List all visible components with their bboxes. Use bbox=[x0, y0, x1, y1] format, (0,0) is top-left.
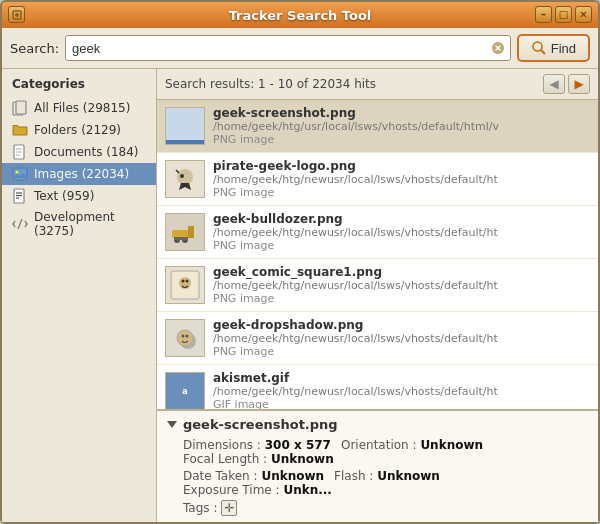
sidebar-item-documents[interactable]: Documents (184) bbox=[2, 141, 156, 163]
detail-panel: geek-screenshot.png Dimensions : 300 x 5… bbox=[157, 409, 598, 522]
svg-point-5 bbox=[533, 42, 542, 51]
result-item[interactable]: geek-bulldozer.png /home/geek/htg/newusr… bbox=[157, 206, 598, 259]
sidebar-label-text: Text (959) bbox=[34, 189, 94, 203]
tags-label: Tags : bbox=[183, 501, 217, 515]
folders-icon bbox=[12, 122, 28, 138]
sidebar-item-development[interactable]: Development (3275) bbox=[2, 207, 156, 241]
result-info: geek-dropshadow.png /home/geek/htg/newus… bbox=[213, 318, 590, 358]
focal-length-field: Focal Length : Unknown bbox=[183, 452, 334, 466]
window-title: Tracker Search Tool bbox=[229, 8, 372, 23]
all-files-icon bbox=[12, 100, 28, 116]
find-icon bbox=[531, 40, 547, 56]
titlebar: Tracker Search Tool – □ ✕ bbox=[2, 2, 598, 28]
results-count: Search results: 1 - 10 of 22034 hits bbox=[165, 77, 376, 91]
sidebar-item-folders[interactable]: Folders (2129) bbox=[2, 119, 156, 141]
result-thumbnail: a bbox=[165, 372, 205, 409]
svg-rect-8 bbox=[16, 101, 26, 114]
result-type: GIF image bbox=[213, 398, 590, 409]
result-filename: geek-screenshot.png bbox=[213, 106, 590, 120]
dimensions-field: Dimensions : 300 x 577 bbox=[183, 438, 331, 452]
result-info: geek-screenshot.png /home/geek/htg/usr/l… bbox=[213, 106, 590, 146]
result-type: PNG image bbox=[213, 345, 590, 358]
result-item[interactable]: geek-dropshadow.png /home/geek/htg/newus… bbox=[157, 312, 598, 365]
next-button[interactable]: ▶ bbox=[568, 74, 590, 94]
maximize-button[interactable]: □ bbox=[555, 6, 572, 23]
result-filename: geek-dropshadow.png bbox=[213, 318, 590, 332]
svg-point-29 bbox=[182, 280, 185, 283]
result-path: /home/geek/htg/newusr/local/lsws/vhosts/… bbox=[213, 279, 590, 292]
svg-point-14 bbox=[16, 171, 19, 174]
close-button[interactable]: ✕ bbox=[575, 6, 592, 23]
svg-point-34 bbox=[186, 335, 189, 338]
main-window: Tracker Search Tool – □ ✕ Search: bbox=[0, 0, 600, 524]
detail-row-2: Date Taken : Unknown Flash : Unknown Exp… bbox=[183, 469, 588, 497]
orientation-field: Orientation : Unknown bbox=[341, 438, 483, 452]
main-area: Categories All Files (29815) Folders (21… bbox=[2, 68, 598, 522]
result-type: PNG image bbox=[213, 239, 590, 252]
svg-point-32 bbox=[177, 330, 193, 346]
prev-button[interactable]: ◀ bbox=[543, 74, 565, 94]
exposure-field: Exposure Time : Unkn... bbox=[183, 483, 332, 497]
window-controls-left bbox=[8, 6, 25, 23]
result-type: PNG image bbox=[213, 292, 590, 305]
result-info: pirate-geek-logo.png /home/geek/htg/newu… bbox=[213, 159, 590, 199]
svg-rect-13 bbox=[13, 168, 27, 180]
window-controls: – □ ✕ bbox=[535, 6, 592, 23]
nav-buttons: ◀ ▶ bbox=[543, 74, 590, 94]
result-type: PNG image bbox=[213, 186, 590, 199]
result-info: geek_comic_square1.png /home/geek/htg/ne… bbox=[213, 265, 590, 305]
result-thumbnail bbox=[165, 213, 205, 251]
sidebar-item-images[interactable]: Images (22034) bbox=[2, 163, 156, 185]
sidebar-item-text[interactable]: Text (959) bbox=[2, 185, 156, 207]
sidebar-label-development: Development (3275) bbox=[34, 210, 146, 238]
sidebar-label-images: Images (22034) bbox=[34, 167, 129, 181]
search-input[interactable] bbox=[65, 35, 511, 61]
development-icon bbox=[12, 216, 28, 232]
result-item[interactable]: a akismet.gif /home/geek/htg/newusr/loca… bbox=[157, 365, 598, 409]
result-path: /home/geek/htg/usr/local/lsws/vhosts/def… bbox=[213, 120, 590, 133]
result-thumbnail bbox=[165, 160, 205, 198]
documents-icon bbox=[12, 144, 28, 160]
detail-row-1: Dimensions : 300 x 577 Orientation : Unk… bbox=[183, 438, 588, 466]
svg-rect-26 bbox=[174, 237, 188, 240]
results-header: Search results: 1 - 10 of 22034 hits ◀ ▶ bbox=[157, 69, 598, 99]
detail-collapse-button[interactable] bbox=[167, 421, 177, 428]
tags-add-button[interactable]: ✛ bbox=[221, 500, 237, 516]
tags-row: Tags : ✛ bbox=[183, 500, 588, 516]
result-thumbnail bbox=[165, 319, 205, 357]
result-path: /home/geek/htg/newusr/local/lsws/vhosts/… bbox=[213, 226, 590, 239]
window-icon bbox=[8, 6, 25, 23]
sidebar-label-folders: Folders (2129) bbox=[34, 123, 121, 137]
svg-line-19 bbox=[18, 219, 22, 229]
result-filename: pirate-geek-logo.png bbox=[213, 159, 590, 173]
date-taken-field: Date Taken : Unknown bbox=[183, 469, 324, 483]
result-thumbnail bbox=[165, 266, 205, 304]
sidebar-item-all-files[interactable]: All Files (29815) bbox=[2, 97, 156, 119]
svg-rect-23 bbox=[188, 226, 194, 238]
result-info: geek-bulldozer.png /home/geek/htg/newusr… bbox=[213, 212, 590, 252]
sidebar-header: Categories bbox=[2, 77, 156, 97]
result-info: akismet.gif /home/geek/htg/newusr/local/… bbox=[213, 371, 590, 409]
result-path: /home/geek/htg/newusr/local/lsws/vhosts/… bbox=[213, 173, 590, 186]
result-thumbnail bbox=[165, 107, 205, 145]
sidebar-label-documents: Documents (184) bbox=[34, 145, 139, 159]
find-label: Find bbox=[551, 41, 576, 56]
detail-header: geek-screenshot.png bbox=[167, 417, 588, 432]
svg-line-6 bbox=[541, 50, 545, 54]
svg-point-20 bbox=[177, 169, 193, 185]
result-item[interactable]: geek-screenshot.png /home/geek/htg/usr/l… bbox=[157, 100, 598, 153]
results-list[interactable]: geek-screenshot.png /home/geek/htg/usr/l… bbox=[157, 99, 598, 409]
result-item[interactable]: geek_comic_square1.png /home/geek/htg/ne… bbox=[157, 259, 598, 312]
images-icon bbox=[12, 166, 28, 182]
detail-filename: geek-screenshot.png bbox=[183, 417, 338, 432]
minimize-button[interactable]: – bbox=[535, 6, 552, 23]
result-item[interactable]: pirate-geek-logo.png /home/geek/htg/newu… bbox=[157, 153, 598, 206]
text-icon bbox=[12, 188, 28, 204]
find-button[interactable]: Find bbox=[517, 34, 590, 62]
search-clear-button[interactable] bbox=[489, 39, 507, 57]
result-path: /home/geek/htg/newusr/local/lsws/vhosts/… bbox=[213, 385, 590, 398]
result-type: PNG image bbox=[213, 133, 590, 146]
sidebar-label-all-files: All Files (29815) bbox=[34, 101, 130, 115]
sidebar: Categories All Files (29815) Folders (21… bbox=[2, 69, 157, 522]
search-bar: Search: Find bbox=[2, 28, 598, 68]
